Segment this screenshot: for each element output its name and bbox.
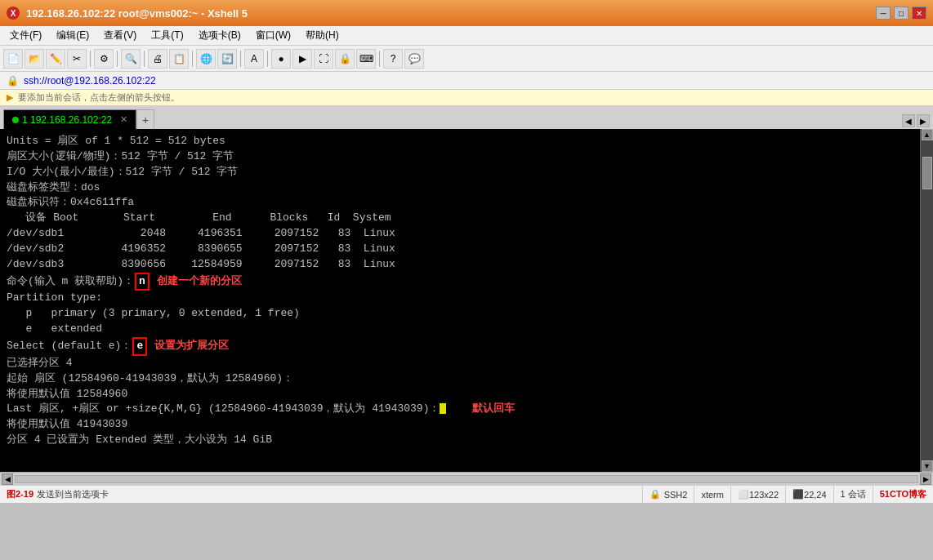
resize-icon: ⬜ bbox=[738, 489, 749, 500]
terminal-line: Last 扇区, +扇区 or +size{K,M,G} (12584960-4… bbox=[7, 402, 913, 417]
terminal-line: 扇区大小(逻辑/物理)：512 字节 / 512 字节 bbox=[7, 149, 913, 165]
lock-icon: 🔒 bbox=[650, 489, 661, 500]
toolbar-help[interactable]: ? bbox=[383, 49, 403, 69]
menu-view[interactable]: 查看(V) bbox=[97, 27, 143, 44]
tab-nav: ◀ ▶ bbox=[902, 114, 930, 129]
close-button[interactable]: ✕ bbox=[912, 7, 926, 20]
terminal-line: 设备 Boot Start End Blocks Id System bbox=[7, 211, 913, 226]
address-url: ssh://root@192.168.26.102:22 bbox=[24, 75, 156, 87]
session-hint-text: 要添加当前会话，点击左侧的箭头按钮。 bbox=[18, 91, 180, 104]
toolbar-play[interactable]: ▶ bbox=[292, 49, 312, 69]
menu-tabs[interactable]: 选项卡(B) bbox=[192, 27, 248, 44]
figure-text: 发送到当前选项卡 bbox=[37, 488, 109, 500]
toolbar-lock[interactable]: 🔒 bbox=[335, 49, 355, 69]
terminal-line: 命令(输入 m 获取帮助)：n 创建一个新的分区 bbox=[7, 273, 913, 291]
terminal-container: Units = 扇区 of 1 * 512 = 512 bytes扇区大小(逻辑… bbox=[0, 129, 933, 472]
horizontal-scrollbar[interactable]: ◀ ▶ bbox=[0, 472, 933, 485]
tab-close-icon[interactable]: ✕ bbox=[120, 114, 127, 125]
menu-edit[interactable]: 编辑(E) bbox=[50, 27, 96, 44]
title-bar: X 192.168.26.102:22 root@vms002:~ - Xshe… bbox=[0, 0, 933, 26]
menu-bar: 文件(F) 编辑(E) 查看(V) 工具(T) 选项卡(B) 窗口(W) 帮助(… bbox=[0, 26, 933, 46]
address-bar: 🔒 ssh://root@192.168.26.102:22 bbox=[0, 72, 933, 90]
tab-bar: 1 192.168.26.102:22 ✕ + ◀ ▶ bbox=[0, 106, 933, 129]
figure-label: 图2-19 bbox=[7, 488, 33, 500]
status-term: xterm bbox=[694, 486, 730, 504]
terminal-line: I/O 大小(最小/最佳)：512 字节 / 512 字节 bbox=[7, 165, 913, 180]
terminal-line: e extended bbox=[7, 322, 913, 337]
key-box: e bbox=[132, 337, 147, 356]
status-sessions: 1 会话 bbox=[833, 486, 873, 504]
toolbar-refresh[interactable]: 🔄 bbox=[217, 49, 237, 69]
terminal-line: 将使用默认值 41943039 bbox=[7, 417, 913, 433]
toolbar-sep3 bbox=[144, 51, 145, 67]
terminal-comment: 设置为扩展分区 bbox=[148, 340, 229, 352]
toolbar-print2[interactable]: 📋 bbox=[169, 49, 189, 69]
terminal-line: 分区 4 已设置为 Extended 类型，大小设为 14 GiB bbox=[7, 433, 913, 448]
session-hint-arrow: ▶ bbox=[7, 92, 13, 103]
tab-session1[interactable]: 1 192.168.26.102:22 ✕ bbox=[3, 109, 136, 129]
toolbar-rec[interactable]: ● bbox=[271, 49, 291, 69]
terminal-line: 磁盘标识符：0x4c611ffa bbox=[7, 195, 913, 211]
terminal-line: p primary (3 primary, 0 extended, 1 free… bbox=[7, 306, 913, 322]
toolbar-open[interactable]: 📂 bbox=[25, 49, 44, 69]
toolbar-sep6 bbox=[267, 51, 268, 67]
status-ssh: 🔒 SSH2 bbox=[642, 486, 694, 504]
status-site: 51CTO博客 bbox=[873, 486, 933, 504]
scrollbar-thumb[interactable] bbox=[922, 157, 932, 189]
address-lock-icon: 🔒 bbox=[7, 75, 19, 87]
toolbar-new[interactable]: 📄 bbox=[3, 49, 23, 69]
status-bar: 图2-19 发送到当前选项卡 🔒 SSH2 xterm ⬜ 123x22 ⬛ 2… bbox=[0, 485, 933, 503]
toolbar: 📄 📂 ✏️ ✂ ⚙ 🔍 🖨 📋 🌐 🔄 A ● ▶ ⛶ 🔒 ⌨ ? 💬 bbox=[0, 46, 933, 72]
terminal-line: 将使用默认值 12584960 bbox=[7, 387, 913, 402]
minimize-button[interactable]: ─ bbox=[876, 7, 891, 20]
toolbar-expand[interactable]: ⛶ bbox=[314, 49, 333, 69]
toolbar-sep4 bbox=[192, 51, 193, 67]
terminal-comment: 创建一个新的分区 bbox=[150, 275, 242, 287]
toolbar-settings[interactable]: ⚙ bbox=[94, 49, 114, 69]
terminal[interactable]: Units = 扇区 of 1 * 512 = 512 bytes扇区大小(逻辑… bbox=[0, 129, 920, 472]
toolbar-sep2 bbox=[117, 51, 118, 67]
menu-file[interactable]: 文件(F) bbox=[3, 27, 48, 44]
maximize-button[interactable]: □ bbox=[894, 7, 908, 20]
app-icon: X bbox=[7, 7, 20, 20]
toolbar-sep1 bbox=[90, 51, 91, 67]
toolbar-sep5 bbox=[240, 51, 241, 67]
session-hint-bar: ▶ 要添加当前会话，点击左侧的箭头按钮。 bbox=[0, 90, 933, 106]
toolbar-cut[interactable]: ✂ bbox=[67, 49, 87, 69]
tab-nav-right[interactable]: ▶ bbox=[917, 114, 930, 127]
window-title: 192.168.26.102:22 root@vms002:~ - Xshell… bbox=[26, 7, 248, 20]
terminal-line: 磁盘标签类型：dos bbox=[7, 180, 913, 196]
menu-window[interactable]: 窗口(W) bbox=[249, 27, 297, 44]
toolbar-globe[interactable]: 🌐 bbox=[196, 49, 216, 69]
toolbar-print[interactable]: 🖨 bbox=[148, 49, 167, 69]
menu-help[interactable]: 帮助(H) bbox=[299, 27, 346, 44]
status-pos: ⬛ 22,24 bbox=[785, 486, 833, 504]
terminal-comment: 默认回车 bbox=[446, 402, 514, 415]
terminal-line: 已选择分区 4 bbox=[7, 356, 913, 371]
toolbar-edit[interactable]: ✏️ bbox=[46, 49, 65, 69]
terminal-line: Partition type: bbox=[7, 291, 913, 306]
terminal-line: Select (default e)：e 设置为扩展分区 bbox=[7, 337, 913, 356]
terminal-line: /dev/sdb2 4196352 8390655 2097152 83 Lin… bbox=[7, 242, 913, 257]
tab-label: 1 192.168.26.102:22 bbox=[22, 114, 112, 126]
vertical-scrollbar[interactable]: ▲ ▼ bbox=[920, 129, 933, 472]
terminal-line: 起始 扇区 (12584960-41943039，默认为 12584960)： bbox=[7, 371, 913, 387]
status-size: ⬜ 123x22 bbox=[730, 486, 785, 504]
key-box: n bbox=[135, 273, 150, 291]
tab-add-button[interactable]: + bbox=[136, 109, 154, 129]
toolbar-chat[interactable]: 💬 bbox=[404, 49, 424, 69]
toolbar-font[interactable]: A bbox=[244, 49, 264, 69]
terminal-line: /dev/sdb1 2048 4196351 2097152 83 Linux bbox=[7, 226, 913, 242]
terminal-line: /dev/sdb3 8390656 12584959 2097152 83 Li… bbox=[7, 257, 913, 273]
tab-nav-left[interactable]: ◀ bbox=[902, 114, 915, 127]
toolbar-key[interactable]: ⌨ bbox=[356, 49, 376, 69]
terminal-line: Units = 扇区 of 1 * 512 = 512 bytes bbox=[7, 134, 913, 149]
toolbar-sep7 bbox=[379, 51, 380, 67]
status-left: 图2-19 发送到当前选项卡 bbox=[0, 488, 642, 500]
menu-tools[interactable]: 工具(T) bbox=[145, 27, 190, 44]
status-right: 🔒 SSH2 xterm ⬜ 123x22 ⬛ 22,24 1 会话 51CTO… bbox=[642, 486, 933, 504]
pos-icon: ⬛ bbox=[792, 489, 804, 500]
tab-dot bbox=[12, 117, 19, 123]
toolbar-search[interactable]: 🔍 bbox=[121, 49, 141, 69]
